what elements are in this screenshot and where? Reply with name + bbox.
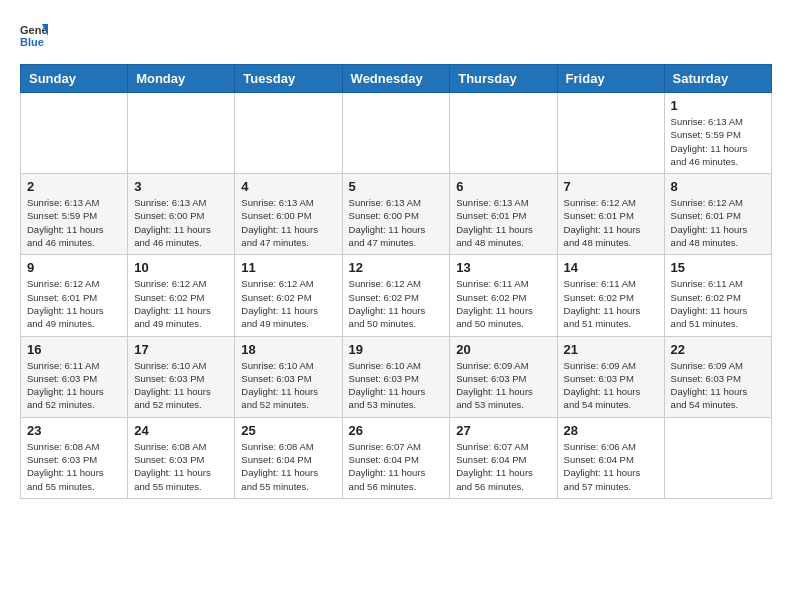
day-info: Sunrise: 6:13 AM Sunset: 6:00 PM Dayligh… <box>241 196 335 249</box>
week-row-1: 2Sunrise: 6:13 AM Sunset: 5:59 PM Daylig… <box>21 174 772 255</box>
day-info: Sunrise: 6:13 AM Sunset: 5:59 PM Dayligh… <box>27 196 121 249</box>
day-info: Sunrise: 6:13 AM Sunset: 5:59 PM Dayligh… <box>671 115 765 168</box>
day-number: 15 <box>671 260 765 275</box>
header-row: SundayMondayTuesdayWednesdayThursdayFrid… <box>21 65 772 93</box>
day-info: Sunrise: 6:08 AM Sunset: 6:03 PM Dayligh… <box>134 440 228 493</box>
day-number: 4 <box>241 179 335 194</box>
day-info: Sunrise: 6:10 AM Sunset: 6:03 PM Dayligh… <box>241 359 335 412</box>
day-number: 14 <box>564 260 658 275</box>
week-row-4: 23Sunrise: 6:08 AM Sunset: 6:03 PM Dayli… <box>21 417 772 498</box>
calendar-cell: 6Sunrise: 6:13 AM Sunset: 6:01 PM Daylig… <box>450 174 557 255</box>
day-number: 5 <box>349 179 444 194</box>
day-info: Sunrise: 6:12 AM Sunset: 6:01 PM Dayligh… <box>564 196 658 249</box>
day-number: 24 <box>134 423 228 438</box>
calendar-cell: 25Sunrise: 6:08 AM Sunset: 6:04 PM Dayli… <box>235 417 342 498</box>
day-info: Sunrise: 6:07 AM Sunset: 6:04 PM Dayligh… <box>456 440 550 493</box>
logo-icon: General Blue <box>20 20 48 48</box>
day-number: 21 <box>564 342 658 357</box>
header-day-wednesday: Wednesday <box>342 65 450 93</box>
day-info: Sunrise: 6:11 AM Sunset: 6:02 PM Dayligh… <box>671 277 765 330</box>
day-number: 11 <box>241 260 335 275</box>
calendar-cell: 22Sunrise: 6:09 AM Sunset: 6:03 PM Dayli… <box>664 336 771 417</box>
calendar-cell: 26Sunrise: 6:07 AM Sunset: 6:04 PM Dayli… <box>342 417 450 498</box>
calendar-cell: 12Sunrise: 6:12 AM Sunset: 6:02 PM Dayli… <box>342 255 450 336</box>
calendar-cell: 23Sunrise: 6:08 AM Sunset: 6:03 PM Dayli… <box>21 417 128 498</box>
day-info: Sunrise: 6:10 AM Sunset: 6:03 PM Dayligh… <box>349 359 444 412</box>
day-info: Sunrise: 6:09 AM Sunset: 6:03 PM Dayligh… <box>456 359 550 412</box>
header-day-friday: Friday <box>557 65 664 93</box>
day-number: 25 <box>241 423 335 438</box>
week-row-2: 9Sunrise: 6:12 AM Sunset: 6:01 PM Daylig… <box>21 255 772 336</box>
calendar-header: SundayMondayTuesdayWednesdayThursdayFrid… <box>21 65 772 93</box>
calendar-cell: 13Sunrise: 6:11 AM Sunset: 6:02 PM Dayli… <box>450 255 557 336</box>
header-day-sunday: Sunday <box>21 65 128 93</box>
week-row-0: 1Sunrise: 6:13 AM Sunset: 5:59 PM Daylig… <box>21 93 772 174</box>
day-number: 12 <box>349 260 444 275</box>
day-number: 3 <box>134 179 228 194</box>
day-number: 10 <box>134 260 228 275</box>
day-info: Sunrise: 6:12 AM Sunset: 6:02 PM Dayligh… <box>241 277 335 330</box>
calendar-cell: 9Sunrise: 6:12 AM Sunset: 6:01 PM Daylig… <box>21 255 128 336</box>
day-number: 18 <box>241 342 335 357</box>
logo: General Blue <box>20 20 52 48</box>
calendar-cell: 28Sunrise: 6:06 AM Sunset: 6:04 PM Dayli… <box>557 417 664 498</box>
day-info: Sunrise: 6:11 AM Sunset: 6:03 PM Dayligh… <box>27 359 121 412</box>
day-info: Sunrise: 6:12 AM Sunset: 6:01 PM Dayligh… <box>671 196 765 249</box>
calendar-cell: 16Sunrise: 6:11 AM Sunset: 6:03 PM Dayli… <box>21 336 128 417</box>
calendar-cell <box>450 93 557 174</box>
calendar-table: SundayMondayTuesdayWednesdayThursdayFrid… <box>20 64 772 499</box>
calendar-cell: 20Sunrise: 6:09 AM Sunset: 6:03 PM Dayli… <box>450 336 557 417</box>
header-day-tuesday: Tuesday <box>235 65 342 93</box>
calendar-cell: 3Sunrise: 6:13 AM Sunset: 6:00 PM Daylig… <box>128 174 235 255</box>
day-number: 7 <box>564 179 658 194</box>
calendar-cell: 19Sunrise: 6:10 AM Sunset: 6:03 PM Dayli… <box>342 336 450 417</box>
day-info: Sunrise: 6:11 AM Sunset: 6:02 PM Dayligh… <box>456 277 550 330</box>
page-header: General Blue <box>20 20 772 48</box>
calendar-cell: 7Sunrise: 6:12 AM Sunset: 6:01 PM Daylig… <box>557 174 664 255</box>
day-info: Sunrise: 6:08 AM Sunset: 6:03 PM Dayligh… <box>27 440 121 493</box>
calendar-cell: 11Sunrise: 6:12 AM Sunset: 6:02 PM Dayli… <box>235 255 342 336</box>
calendar-cell: 2Sunrise: 6:13 AM Sunset: 5:59 PM Daylig… <box>21 174 128 255</box>
day-number: 13 <box>456 260 550 275</box>
calendar-cell: 27Sunrise: 6:07 AM Sunset: 6:04 PM Dayli… <box>450 417 557 498</box>
calendar-cell: 18Sunrise: 6:10 AM Sunset: 6:03 PM Dayli… <box>235 336 342 417</box>
day-number: 8 <box>671 179 765 194</box>
calendar-cell: 14Sunrise: 6:11 AM Sunset: 6:02 PM Dayli… <box>557 255 664 336</box>
day-info: Sunrise: 6:06 AM Sunset: 6:04 PM Dayligh… <box>564 440 658 493</box>
day-number: 6 <box>456 179 550 194</box>
calendar-body: 1Sunrise: 6:13 AM Sunset: 5:59 PM Daylig… <box>21 93 772 499</box>
header-day-thursday: Thursday <box>450 65 557 93</box>
calendar-cell: 15Sunrise: 6:11 AM Sunset: 6:02 PM Dayli… <box>664 255 771 336</box>
day-number: 17 <box>134 342 228 357</box>
day-info: Sunrise: 6:12 AM Sunset: 6:02 PM Dayligh… <box>134 277 228 330</box>
day-number: 23 <box>27 423 121 438</box>
day-number: 27 <box>456 423 550 438</box>
day-number: 26 <box>349 423 444 438</box>
day-number: 2 <box>27 179 121 194</box>
day-number: 1 <box>671 98 765 113</box>
calendar-cell: 10Sunrise: 6:12 AM Sunset: 6:02 PM Dayli… <box>128 255 235 336</box>
day-info: Sunrise: 6:13 AM Sunset: 6:00 PM Dayligh… <box>349 196 444 249</box>
day-number: 16 <box>27 342 121 357</box>
day-info: Sunrise: 6:10 AM Sunset: 6:03 PM Dayligh… <box>134 359 228 412</box>
header-day-saturday: Saturday <box>664 65 771 93</box>
day-number: 22 <box>671 342 765 357</box>
calendar-cell: 4Sunrise: 6:13 AM Sunset: 6:00 PM Daylig… <box>235 174 342 255</box>
calendar-cell <box>21 93 128 174</box>
calendar-cell <box>128 93 235 174</box>
day-number: 19 <box>349 342 444 357</box>
day-info: Sunrise: 6:13 AM Sunset: 6:00 PM Dayligh… <box>134 196 228 249</box>
calendar-cell <box>664 417 771 498</box>
calendar-cell: 21Sunrise: 6:09 AM Sunset: 6:03 PM Dayli… <box>557 336 664 417</box>
day-number: 28 <box>564 423 658 438</box>
day-info: Sunrise: 6:12 AM Sunset: 6:01 PM Dayligh… <box>27 277 121 330</box>
svg-text:Blue: Blue <box>20 36 44 48</box>
day-info: Sunrise: 6:11 AM Sunset: 6:02 PM Dayligh… <box>564 277 658 330</box>
day-info: Sunrise: 6:13 AM Sunset: 6:01 PM Dayligh… <box>456 196 550 249</box>
calendar-cell: 24Sunrise: 6:08 AM Sunset: 6:03 PM Dayli… <box>128 417 235 498</box>
day-info: Sunrise: 6:08 AM Sunset: 6:04 PM Dayligh… <box>241 440 335 493</box>
day-number: 9 <box>27 260 121 275</box>
week-row-3: 16Sunrise: 6:11 AM Sunset: 6:03 PM Dayli… <box>21 336 772 417</box>
calendar-cell <box>557 93 664 174</box>
header-day-monday: Monday <box>128 65 235 93</box>
